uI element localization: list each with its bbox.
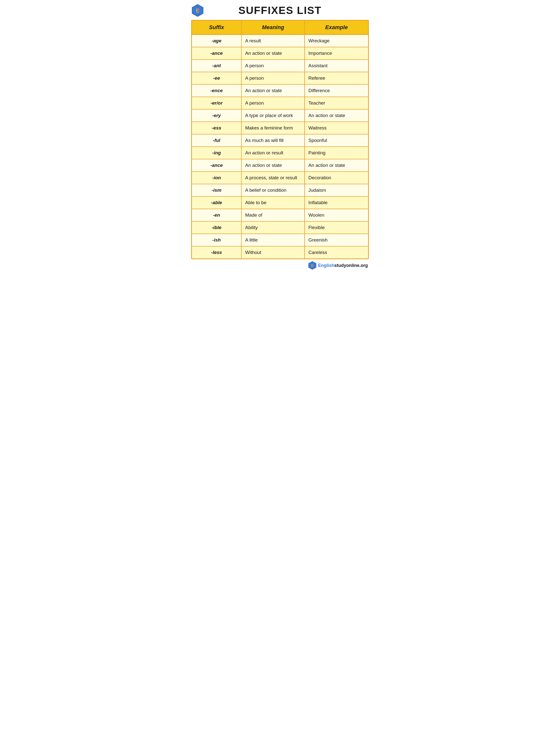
cell-example: Woolen <box>305 209 368 221</box>
svg-text:E: E <box>311 263 313 267</box>
header-area: E SUFFIXES LIST <box>191 4 369 17</box>
cell-suffix: -ance <box>192 159 242 171</box>
footer-logo: E Englishstudyonline.org <box>308 261 368 270</box>
table-row: -ibleAbilityFlexible <box>192 222 368 234</box>
footer-area: E Englishstudyonline.org <box>191 261 369 270</box>
cell-meaning: A belief or condition <box>242 184 305 196</box>
table-row: -enMade ofWoolen <box>192 209 368 222</box>
footer-site-text: studyonline.org <box>334 263 368 268</box>
cell-suffix: -ence <box>192 85 242 97</box>
cell-example: Referee <box>305 72 368 84</box>
cell-example: Teacher <box>305 97 368 109</box>
cell-suffix: -ing <box>192 147 242 159</box>
cell-meaning: A person <box>242 72 305 84</box>
cell-suffix: -able <box>192 197 242 209</box>
table-row: -er/orA personTeacher <box>192 97 368 109</box>
table-body: -ageA resultWreckage-anceAn action or st… <box>192 35 368 258</box>
cell-suffix: -less <box>192 247 242 258</box>
cell-example: Difference <box>305 85 368 97</box>
cell-meaning: An action or state <box>242 159 305 171</box>
cell-example: Careless <box>305 247 368 258</box>
table-row: -ismA belief or conditionJudaism <box>192 184 368 197</box>
cell-suffix: -ible <box>192 222 242 234</box>
cell-example: Importance <box>305 47 368 59</box>
table-row: -ageA resultWreckage <box>192 35 368 47</box>
cell-meaning: Makes a feminine form <box>242 122 305 134</box>
cell-meaning: An action or state <box>242 47 305 59</box>
cell-example: Wreckage <box>305 35 368 47</box>
cell-suffix: -en <box>192 209 242 221</box>
footer-text-highlight: English <box>318 263 334 268</box>
table-row: -eryA type or place of workAn action or … <box>192 109 368 122</box>
col-meaning-header: Meaning <box>242 21 305 34</box>
cell-meaning: Ability <box>242 222 305 234</box>
cell-meaning: Without <box>242 247 305 258</box>
suffixes-table: Suffix Meaning Example -ageA resultWreck… <box>191 20 369 259</box>
cell-example: Inflatable <box>305 197 368 209</box>
cell-meaning: A process, state or result <box>242 172 305 184</box>
cell-example: Spoonful <box>305 134 368 147</box>
cell-meaning: A person <box>242 60 305 72</box>
table-row: -anceAn action or stateAn action or stat… <box>192 159 368 172</box>
footer-icon: E <box>308 261 317 270</box>
cell-meaning: Made of <box>242 209 305 221</box>
cell-example: An action or state <box>305 109 368 122</box>
svg-text:E: E <box>196 7 199 14</box>
logo-icon: E <box>191 4 204 17</box>
cell-example: Judaism <box>305 184 368 196</box>
cell-example: Assistant <box>305 60 368 72</box>
table-header: Suffix Meaning Example <box>192 21 368 35</box>
table-row: -anceAn action or stateImportance <box>192 47 368 60</box>
cell-suffix: -ful <box>192 134 242 147</box>
cell-meaning: As much as will fill <box>242 134 305 147</box>
cell-suffix: -ion <box>192 172 242 184</box>
cell-suffix: -ish <box>192 234 242 246</box>
cell-suffix: -age <box>192 35 242 47</box>
cell-suffix: -ess <box>192 122 242 134</box>
cell-example: An action or state <box>305 159 368 171</box>
cell-meaning: An action or state <box>242 85 305 97</box>
table-row: -ionA process, state or resultDecoration <box>192 172 368 184</box>
table-row: -essMakes a feminine formWaitress <box>192 122 368 134</box>
cell-suffix: -ee <box>192 72 242 84</box>
table-row: -ingAn action or resultPainting <box>192 147 368 159</box>
table-row: -ishA littleGreenish <box>192 234 368 247</box>
page-wrapper: E SUFFIXES LIST Suffix Meaning Example -… <box>187 0 373 273</box>
cell-suffix: -ery <box>192 109 242 122</box>
table-row: -fulAs much as will fillSpoonful <box>192 134 368 147</box>
cell-meaning: An action or result <box>242 147 305 159</box>
cell-example: Waitress <box>305 122 368 134</box>
cell-example: Flexible <box>305 222 368 234</box>
table-row: -ableAble to beInflatable <box>192 197 368 209</box>
cell-suffix: -er/or <box>192 97 242 109</box>
col-example-header: Example <box>305 21 368 34</box>
cell-example: Decoration <box>305 172 368 184</box>
footer-text: Englishstudyonline.org <box>318 263 368 268</box>
col-suffix-header: Suffix <box>192 21 242 34</box>
table-row: -eeA personReferee <box>192 72 368 85</box>
cell-meaning: A person <box>242 97 305 109</box>
cell-example: Greenish <box>305 234 368 246</box>
table-row: -enceAn action or stateDifference <box>192 85 368 97</box>
cell-example: Painting <box>305 147 368 159</box>
cell-meaning: A result <box>242 35 305 47</box>
page-title: SUFFIXES LIST <box>238 4 322 17</box>
table-row: -antA personAssistant <box>192 60 368 72</box>
cell-suffix: -ant <box>192 60 242 72</box>
cell-suffix: -ism <box>192 184 242 196</box>
table-row: -lessWithoutCareless <box>192 247 368 258</box>
cell-suffix: -ance <box>192 47 242 59</box>
cell-meaning: Able to be <box>242 197 305 209</box>
cell-meaning: A little <box>242 234 305 246</box>
cell-meaning: A type or place of work <box>242 109 305 122</box>
